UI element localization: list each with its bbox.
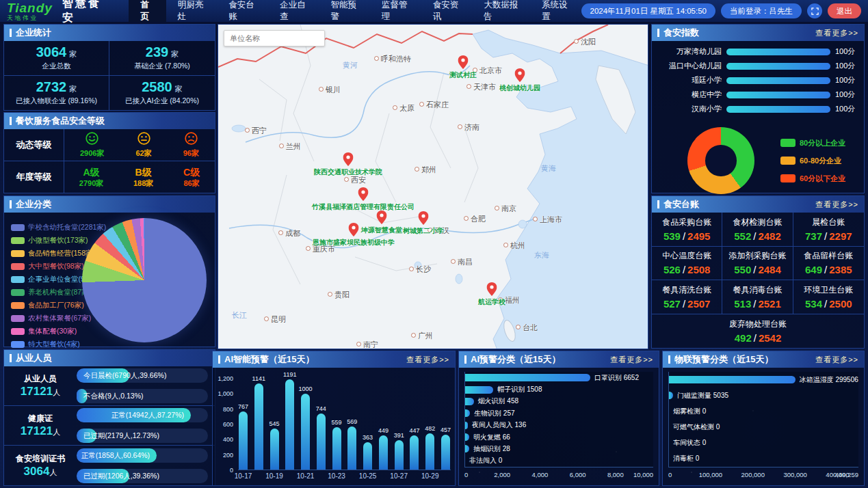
nav-item[interactable]: 食安资讯 [421,0,473,22]
china-map[interactable]: 沈阳呼和浩特北京市天津市石家庄太原济南银川西宁兰州郑州西安南京上海市合肥杭州武汉… [218,24,648,349]
map-marker[interactable] [458,55,469,69]
panel-header: 食安台账 查看更多>> [652,196,864,213]
map-marker-label: 陕西交通职业技术学院 [314,167,382,177]
nav-item[interactable]: 系统设置 [530,0,581,22]
city-dot-icon [306,246,311,251]
legend-label: 80分以上企业 [800,138,845,148]
legend-label: 食品加工厂(76家) [28,301,84,310]
logout-button[interactable]: 退出 [828,3,861,18]
bar-slot: 100010-21 [300,379,311,470]
nav-item[interactable]: 企业自查 [268,0,319,22]
panel-title: 食安指数 [663,27,699,39]
city-dot-icon [458,124,462,129]
map-marker[interactable] [349,223,359,236]
hbar-label: 抽烟识别 28 [473,444,510,454]
nav-item[interactable]: 食安台账 [217,0,268,22]
legend-swatch [11,276,25,283]
hbar [465,409,470,417]
map-marker[interactable] [515,68,525,82]
ledger-values: 737/2297 [805,230,852,242]
level-count: 86家 [183,178,200,188]
school-name: 瑶廷小学 [657,75,722,85]
food-index-panel: 食安指数 查看更多>> 万家湾幼儿园100分温口中心幼儿园100分瑶廷小学100… [651,24,865,193]
level-table: 动态等级2906家62家96家年度等级A级2790家B级188家C级86家 [4,129,215,193]
stat-unit: 家 [69,50,77,58]
hbar-label: 明火复燃 66 [473,433,510,442]
tiandy-logo: Tiandy 天地伟业 [0,1,58,21]
city-label: 广州 [411,331,433,341]
ledger-name: 晨检台账 [812,217,845,228]
map-marker[interactable] [419,211,429,225]
food-index-row: 汉南小学100分 [652,102,864,116]
map-marker[interactable] [377,211,387,224]
bar-slot: 76710-17 [238,379,248,470]
ai-category-warning-panel: AI预警分类（近15天） 查看更多>> 口罩识别 6652帽子识别 1508烟火… [458,351,659,486]
header-accent [657,29,659,37]
bar-value-label: 447 [409,427,419,434]
smile-face-icon [85,131,99,146]
unit-search-input[interactable] [224,30,325,46]
y-axis-labels: 02004006008001,0001,200 [213,379,235,470]
legend-item[interactable]: 小微型餐饮(173家) [11,234,106,247]
index-bar-fill [726,92,830,98]
ledger-values: 649/2385 [805,264,852,275]
legend-label: 小微型餐饮(173家) [28,236,88,245]
bar-slot: 54510-19 [269,379,280,470]
view-more-link[interactable]: 查看更多>> [406,355,449,365]
map-marker[interactable] [358,187,369,201]
view-more-link[interactable]: 查看更多>> [610,355,653,365]
map-pin-icon [419,211,429,225]
fullscreen-button[interactable] [807,3,822,18]
view-more-link[interactable]: 查看更多>> [815,355,858,365]
donut-legend-item[interactable]: 80分以上企业 [780,134,845,152]
bar-value-label: 457 [440,426,451,433]
y-tick-label: 800 [223,406,233,413]
iot-category-bar-chart: 冰箱温湿度 299506门磁监测量 5035烟雾检测 0可燃气体检测 0车间状态… [663,368,864,485]
ledger-total: 2542 [759,332,781,344]
city-dot-icon [279,144,284,148]
iot-category-warning-panel: 物联预警分类（近15天） 查看更多>> 冰箱温湿度 299506门磁监测量 50… [662,351,865,486]
level-row: 年度等级A级2790家B级188家C级86家 [4,161,215,193]
nav-item[interactable]: 首页 [129,0,166,22]
stat-value: 2580 [142,79,172,94]
index-bar-track [726,49,830,55]
view-more-link[interactable]: 查看更多>> [815,200,858,210]
ledger-done: 513 [734,298,751,310]
nav-item[interactable]: 明厨亮灶 [166,0,218,22]
level-item: 2906家 [80,131,104,158]
bar-slot: 569 [347,379,357,470]
donut-legend-item[interactable]: 60分以下企业 [780,170,845,187]
city-dot-icon [466,84,471,89]
map-marker[interactable] [487,282,497,296]
city-label: 贵阳 [328,290,350,300]
progress-text: 今日晨检(6790人,39.66%) [83,368,166,383]
panel-title: 物联预警分类（近15天） [674,353,773,366]
panel-title: 企业分类 [16,198,51,211]
nav-item[interactable]: 大数据报告 [472,0,530,22]
hbar-row: 口罩识别 6652 [465,373,653,383]
city-dot-icon [356,342,361,347]
stat-cell: 3064家企业总数 [4,41,109,76]
legend-swatch [780,139,795,147]
index-bar-track [726,106,830,113]
ledger-total: 2484 [758,264,780,275]
nav-item[interactable]: 智能预警 [319,0,371,22]
legend-swatch [780,157,795,165]
view-more-link[interactable]: 查看更多>> [815,28,858,38]
city-label: 合肥 [464,214,486,224]
ledger-done: 550 [734,264,751,275]
legend-item[interactable]: 学校含幼托食堂(2281家) [11,221,106,234]
map-marker[interactable] [343,152,354,166]
bar-value-label: 1191 [283,371,296,378]
nav-item[interactable]: 监督管理 [370,0,421,22]
ledger-name: 添加剂采购台账 [728,250,786,262]
x-tick-label: 6,000 [570,471,586,478]
donut-legend-item[interactable]: 60-80分企业 [780,152,845,170]
legend-swatch [11,315,25,322]
legend-item[interactable]: 集体配餐(30家) [11,325,106,338]
bar-slot: 1141 [254,379,264,470]
personnel-rows: 从业人员17121人今日晨检(6790人,39.66%)不合格(9人,0.13%… [4,366,215,485]
bar [410,435,419,470]
city-label: 天津市 [466,82,496,92]
map-marker-label: 恩施市盛家坝民族初级中学 [313,238,395,247]
